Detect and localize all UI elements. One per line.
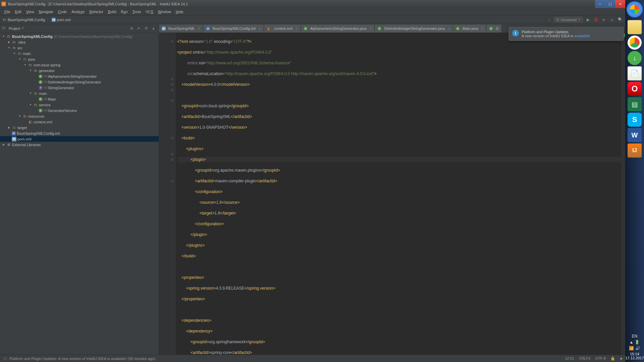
notepad-button[interactable]: 📄 — [628, 66, 642, 80]
coverage-button[interactable]: ▶ — [601, 17, 607, 23]
ide-status-icon[interactable]: ◈ — [620, 356, 623, 361]
caret-position[interactable]: 12:21 — [565, 356, 574, 361]
editor-tab[interactable]: CDelimitedIntegerStringGenerator.java× — [375, 24, 453, 33]
search-everywhere-button[interactable]: 🔍 — [617, 17, 623, 23]
tree-item-class[interactable]: C⒜GeneratorService — [0, 108, 159, 113]
code-editor[interactable]: ⊟ ⊟ ⊟ ⊟ ⊟ ⊟ ⊟ ⊟ ⊟ <?xml version="1.0" en… — [159, 33, 625, 355]
tree-item-class[interactable]: C⒜Main — [0, 96, 159, 102]
editor-tab[interactable]: CAlphanumericStringGenerator.java× — [301, 24, 375, 33]
tree-item-class[interactable]: C⒜DelimitedIntegerStringGenerator — [0, 79, 159, 85]
tray-arrow-up-icon[interactable]: ▲ — [630, 340, 634, 345]
menu-run[interactable]: Run — [118, 10, 130, 14]
tree-item-target[interactable]: ▶🗀target — [0, 125, 159, 130]
download-button[interactable] — [628, 51, 642, 65]
chrome-button[interactable] — [628, 36, 642, 50]
tray-network-icon[interactable]: 📶 — [629, 346, 634, 351]
menu-tools[interactable]: Tools — [130, 10, 144, 14]
tray-volume-icon[interactable]: 🔊 — [635, 346, 640, 351]
close-tab-icon[interactable]: × — [259, 26, 261, 31]
menu-code[interactable]: Code — [56, 10, 69, 14]
menu-file[interactable]: File — [2, 10, 13, 14]
error-stripe[interactable] — [621, 33, 625, 355]
stop-button[interactable]: ■ — [609, 17, 615, 23]
excel-button[interactable] — [628, 97, 642, 111]
code-content[interactable]: <?xml version="1.0" encoding="UTF-8"?> <… — [176, 33, 625, 355]
menu-navigate[interactable]: Navigate — [36, 10, 55, 14]
tree-item-package[interactable]: ▼🗀com.bsuir.spring — [0, 62, 159, 68]
skype-button[interactable] — [628, 113, 642, 127]
editor-tab[interactable]: CMain.java× — [453, 24, 487, 33]
editor-tab[interactable]: ◧context.xml× — [264, 24, 301, 33]
system-tray[interactable]: EN ▲🔋 📶🔊 15:14 17.12.2017 — [625, 334, 644, 362]
breadcrumb-project[interactable]: 🗀 BsuirSpringXMLConfig — [2, 17, 45, 22]
file-encoding[interactable]: UTF-8 — [595, 356, 606, 361]
editor-tab[interactable]: IJBsuirSpringXMLConfig.iml× — [203, 24, 264, 33]
class-icon: C — [39, 97, 43, 101]
editor-tab[interactable]: mBsuirSpringXML× — [159, 24, 203, 33]
folder-icon: 🗀 — [12, 46, 16, 50]
tree-item-external-libs[interactable]: ▶⊞External Libraries — [0, 142, 159, 147]
tree-item-interface[interactable]: I⒜StringGenerator — [0, 85, 159, 90]
nav-icon[interactable]: ↕ — [546, 17, 552, 23]
collapse-all-button[interactable]: ⇤ — [136, 25, 142, 32]
xml-icon: ◧ — [28, 120, 33, 124]
tree-item-src[interactable]: ▼🗀src — [0, 45, 159, 51]
menu-build[interactable]: Build — [106, 10, 118, 14]
menu-vcs[interactable]: VCS — [143, 10, 156, 14]
tree-item-main[interactable]: ▼🗀main — [0, 51, 159, 56]
minimize-button[interactable]: ─ — [595, 0, 605, 8]
tray-battery-icon[interactable]: 🔋 — [635, 340, 640, 345]
opera-button[interactable] — [628, 82, 642, 96]
tool-window-button[interactable]: ▢ — [3, 356, 7, 361]
line-separator[interactable]: CRLF‡ — [579, 356, 591, 361]
tree-item-java[interactable]: ▼🗀java — [0, 56, 159, 62]
close-tab-icon[interactable]: × — [481, 26, 483, 31]
package-icon: 🗀 — [33, 91, 38, 96]
tray-time[interactable]: 15:14 — [625, 352, 644, 356]
tree-item-service[interactable]: ▼🗀service — [0, 102, 159, 108]
explorer-button[interactable] — [628, 20, 642, 34]
tree-item-class[interactable]: C⒜AlphanumericStringGenerator — [0, 73, 159, 79]
breadcrumb-file[interactable]: m pom.xml — [52, 18, 71, 22]
intellij-button[interactable] — [628, 143, 642, 158]
notification-link[interactable]: available — [574, 34, 589, 38]
scroll-from-source-button[interactable]: ⊕ — [128, 25, 135, 32]
menu-help[interactable]: Help — [173, 10, 186, 14]
editor-tab[interactable]: CG — [486, 24, 502, 33]
notification-balloon[interactable]: ! Platform and Plugin Updates A new vers… — [508, 27, 624, 41]
tree-item-main-pkg[interactable]: ▼🗀main — [0, 90, 159, 96]
tree-item-generator[interactable]: ▼🗀generator — [0, 68, 159, 73]
close-button[interactable]: ✕ — [615, 0, 625, 8]
run-config-selector[interactable]: ⊟ Unnamed ▼ — [554, 17, 583, 22]
hide-button[interactable]: ⏵ — [151, 25, 157, 32]
project-tree[interactable]: ▼🗀BsuirSpringXMLConfig(C:\Users\User\Des… — [0, 33, 159, 355]
tree-item-pom[interactable]: mpom.xml — [0, 136, 159, 142]
close-tab-icon[interactable]: × — [370, 26, 372, 31]
menu-analyze[interactable]: Analyze — [69, 10, 87, 14]
tree-item-resources[interactable]: ▼🗀resources — [0, 113, 159, 119]
close-tab-icon[interactable]: × — [296, 26, 298, 31]
maven-icon: m — [52, 18, 56, 22]
maximize-button[interactable]: ▢ — [605, 0, 615, 8]
run-button[interactable]: ▶ — [585, 17, 591, 23]
menu-view[interactable]: View — [24, 10, 37, 14]
start-button[interactable] — [627, 1, 643, 17]
tray-lang[interactable]: EN — [632, 334, 638, 339]
menu-refactor[interactable]: Refactor — [87, 10, 106, 14]
tree-item-context-xml[interactable]: ◧context.xml — [0, 119, 159, 125]
tree-item-idea[interactable]: ▶🗀.idea — [0, 39, 159, 45]
tray-date[interactable]: 17.12.2017 — [625, 356, 644, 360]
close-tab-icon[interactable]: × — [448, 26, 450, 31]
word-button[interactable] — [628, 128, 642, 142]
lock-icon[interactable]: 🔒 — [610, 356, 615, 361]
project-panel-title: Project — [9, 26, 20, 31]
chevron-down-icon[interactable]: ▼ — [21, 27, 24, 30]
close-tab-icon[interactable]: × — [198, 26, 200, 31]
class-icon: C — [304, 26, 308, 31]
tree-root[interactable]: ▼🗀BsuirSpringXMLConfig(C:\Users\User\Des… — [0, 34, 159, 39]
menu-edit[interactable]: Edit — [13, 10, 24, 14]
tree-item-iml[interactable]: IJBsuirSpringXMLConfig.iml — [0, 130, 159, 136]
settings-button[interactable]: ⚙ — [143, 25, 149, 32]
menu-window[interactable]: Window — [156, 10, 173, 14]
debug-button[interactable]: 🐞 — [593, 17, 599, 23]
